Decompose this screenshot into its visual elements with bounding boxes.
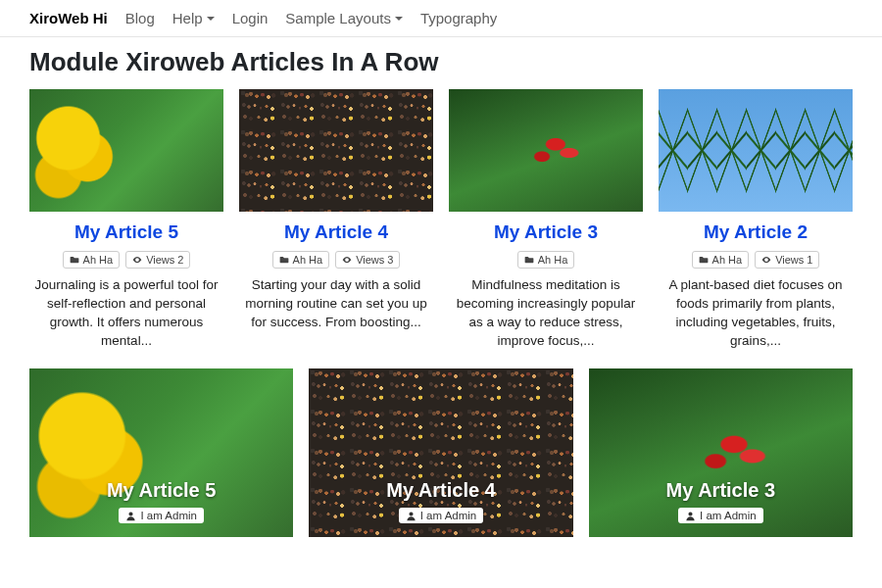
category-label: Ah Ha [83,254,114,266]
article-excerpt: Journaling is a powerful tool for self-r… [29,276,223,351]
article-overlay-card[interactable]: My Article 4 I am Admin [309,368,572,537]
user-icon [125,511,136,521]
article-title-link[interactable]: My Article 4 [239,221,433,243]
article-card: My Article 4 Ah Ha Views 3 Starting your… [239,89,433,351]
chevron-down-icon [207,17,215,21]
main-content: Module Xiroweb Articles In A Row My Arti… [0,37,882,547]
eye-icon [342,255,352,265]
article-overlay-card[interactable]: My Article 5 I am Admin [29,368,293,537]
author-label: I am Admin [140,510,197,521]
category-badge[interactable]: Ah Ha [517,251,575,269]
overlay-content: My Article 5 I am Admin [29,479,293,525]
category-badge[interactable]: Ah Ha [272,251,330,269]
overlay-content: My Article 4 I am Admin [309,479,572,525]
article-title-link[interactable]: My Article 5 [29,221,223,243]
author-badge[interactable]: I am Admin [678,508,763,523]
category-badge[interactable]: Ah Ha [63,251,121,269]
nav-link-label: Blog [125,10,155,26]
article-row-top: My Article 5 Ah Ha Views 2 Journaling is… [29,89,853,351]
navbar: XiroWeb Hi Blog Help Login Sample Layout… [0,0,882,37]
views-badge[interactable]: Views 1 [755,251,819,269]
nav-link-login[interactable]: Login [232,10,269,26]
nav-link-label: Sample Layouts [285,10,391,26]
nav-link-label: Typography [420,10,497,26]
article-thumbnail[interactable] [659,89,853,212]
page-title: Module Xiroweb Articles In A Row [29,47,853,77]
category-badge[interactable]: Ah Ha [692,251,750,269]
views-badge[interactable]: Views 2 [125,251,190,269]
article-meta: Ah Ha Views 1 [659,251,853,269]
nav-link-label: Login [232,10,269,26]
views-badge[interactable]: Views 3 [335,251,400,269]
nav-link-label: Help [172,10,203,26]
brand[interactable]: XiroWeb Hi [29,10,108,26]
author-badge[interactable]: I am Admin [399,508,484,523]
chevron-down-icon [395,17,403,21]
article-card: My Article 5 Ah Ha Views 2 Journaling is… [29,89,223,351]
nav-link-help[interactable]: Help [172,10,215,26]
category-label: Ah Ha [538,254,568,266]
article-title-link[interactable]: My Article 3 [589,479,853,502]
overlay-content: My Article 3 I am Admin [589,479,853,525]
article-thumbnail[interactable] [239,89,433,212]
views-label: Views 3 [356,254,393,266]
article-meta: Ah Ha [449,251,643,269]
views-label: Views 2 [146,254,183,266]
nav-link-blog[interactable]: Blog [125,10,155,26]
views-label: Views 1 [775,254,812,266]
article-title-link[interactable]: My Article 2 [659,221,853,243]
category-label: Ah Ha [712,254,743,266]
nav-link-sample-layouts[interactable]: Sample Layouts [285,10,403,26]
eye-icon [132,255,142,265]
article-title-link[interactable]: My Article 4 [309,479,572,502]
article-thumbnail[interactable] [449,89,643,212]
article-meta: Ah Ha Views 3 [239,251,433,269]
article-title-link[interactable]: My Article 3 [449,221,643,243]
category-label: Ah Ha [293,254,323,266]
article-card: My Article 2 Ah Ha Views 1 A plant-based… [659,89,853,351]
article-excerpt: Starting your day with a solid morning r… [239,276,433,332]
nav-link-typography[interactable]: Typography [420,10,497,26]
eye-icon [761,255,771,265]
user-icon [406,511,416,521]
article-excerpt: A plant-based diet focuses on foods prim… [659,276,853,351]
article-overlay-card[interactable]: My Article 3 I am Admin [589,368,853,537]
folder-icon [70,255,79,265]
author-badge[interactable]: I am Admin [119,508,204,523]
article-thumbnail[interactable] [29,89,223,212]
user-icon [685,511,696,521]
folder-icon [699,255,709,265]
article-card: My Article 3 Ah Ha Mindfulness meditatio… [449,89,643,351]
article-title-link[interactable]: My Article 5 [29,479,293,502]
author-label: I am Admin [700,510,757,521]
folder-icon [524,255,534,265]
article-meta: Ah Ha Views 2 [29,251,223,269]
folder-icon [279,255,289,265]
article-row-bottom: My Article 5 I am Admin My Article 4 I a… [29,368,853,537]
article-excerpt: Mindfulness meditation is becoming incre… [449,276,643,351]
author-label: I am Admin [420,510,477,521]
